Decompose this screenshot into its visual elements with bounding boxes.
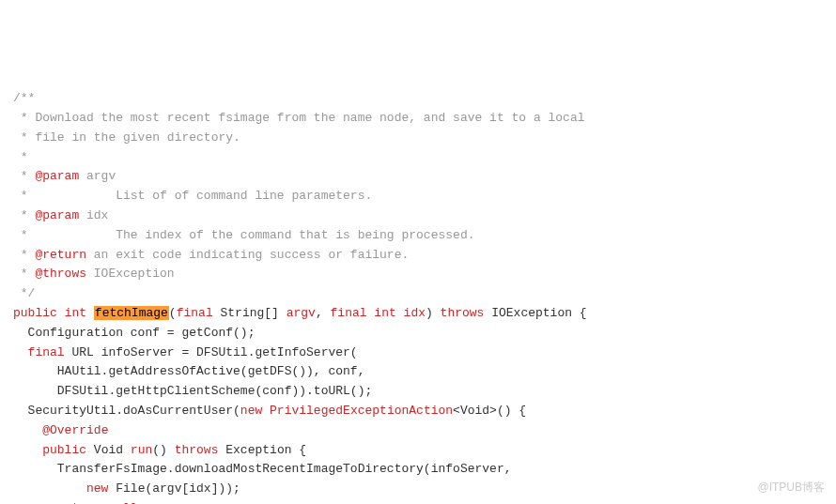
code-line: final URL infoServer = DFSUtil.getInfoSe… [13, 344, 823, 363]
code-line: * @throws IOException [13, 265, 823, 284]
code-line: Configuration conf = getConf(); [13, 324, 823, 344]
code-line: SecurityUtil.doAsCurrentUser(new Privile… [13, 402, 823, 421]
code-line: public int fetchImage(final String[] arg… [13, 304, 823, 324]
code-line: @Override [13, 421, 823, 441]
code-line: DFSUtil.getHttpClientScheme(conf)).toURL… [13, 382, 823, 402]
highlighted-method: fetchImage [94, 306, 169, 320]
code-line: /** [13, 89, 823, 109]
code-line: * file in the given directory. [13, 129, 823, 148]
code-line: */ [13, 284, 823, 304]
code-line: * @return an exit code indicating succes… [13, 246, 823, 266]
code-line: TransferFsImage.downloadMostRecentImageT… [13, 460, 823, 480]
watermark-text: @ITPUB博客 [757, 479, 825, 496]
code-block: /** * Download the most recent fsimage f… [13, 89, 823, 504]
code-line: public Void run() throws Exception { [13, 441, 823, 461]
code-line: HAUtil.getAddressOfActive(getDFS()), con… [13, 362, 823, 382]
code-line: * List of of command line parameters. [13, 187, 823, 206]
code-line: * [13, 148, 823, 168]
code-line: return null; [13, 499, 823, 504]
code-line: * @param idx [13, 206, 823, 226]
code-line: * The index of the command that is being… [13, 226, 823, 246]
code-line: * @param argv [13, 167, 823, 187]
code-line: new File(argv[idx])); [13, 480, 823, 499]
code-line: * Download the most recent fsimage from … [13, 109, 823, 129]
